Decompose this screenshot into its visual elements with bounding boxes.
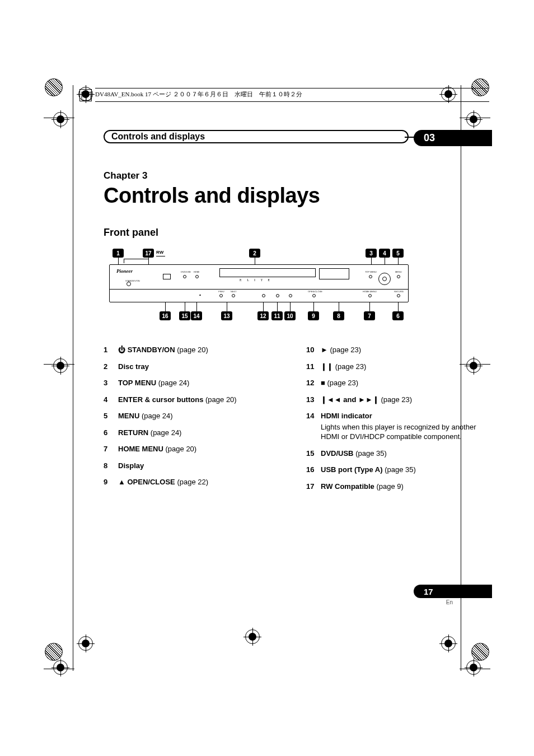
- print-mark-line: [44, 364, 74, 365]
- callout-17: 17: [143, 249, 154, 258]
- list-item: 13❙◄◄ and ►►❙ (page 23): [306, 395, 492, 405]
- callout-11: 11: [271, 311, 283, 320]
- return-button: [397, 294, 400, 297]
- print-mark-line: [73, 85, 73, 671]
- list-item: 7HOME MENU (page 20): [104, 444, 289, 454]
- entry-page: (page 20): [177, 346, 208, 354]
- entry-columns: 1⏻ STANDBY/ON (page 20)2Disc tray3TOP ME…: [104, 345, 492, 498]
- entry-name: OPEN/CLOSE: [128, 478, 175, 486]
- callout-7: 7: [364, 311, 375, 320]
- play-button: [289, 294, 292, 297]
- entry-body: MENU (page 24): [118, 411, 289, 421]
- next-label: NEXT: [231, 290, 237, 293]
- entry-page: (page 20): [166, 445, 197, 453]
- entry-page: (page 23): [327, 379, 358, 387]
- print-mark-register: [466, 660, 481, 675]
- entry-name: ENTER & cursor buttons: [118, 395, 203, 404]
- section-header-bar: Controls and displays 03: [104, 130, 492, 146]
- print-mark-hatched: [45, 78, 63, 96]
- disc-tray: [219, 268, 316, 277]
- list-item: 5MENU (page 24): [104, 411, 289, 421]
- entry-name: HOME MENU: [118, 445, 163, 453]
- entry-symbol: ►: [321, 346, 328, 354]
- print-mark-register: [53, 358, 68, 373]
- entry-number: 15: [306, 449, 321, 459]
- entry-body: ❙◄◄ and ►►❙ (page 23): [321, 395, 492, 405]
- right-column: 10► (page 23)11❙❙ (page 23)12■ (page 23)…: [306, 345, 492, 498]
- entry-page: (page 23): [330, 346, 362, 354]
- top-menu-label: TOP MENU: [365, 270, 377, 273]
- entry-body: TOP MENU (page 24): [118, 378, 289, 388]
- entry-desc: Lights when this player is recognized by…: [321, 422, 492, 442]
- entry-name: Disc tray: [118, 362, 149, 371]
- entry-number: 7: [104, 444, 118, 454]
- print-mark-line: [460, 669, 490, 669]
- callout-2: 2: [249, 249, 260, 258]
- print-mark-register: [466, 112, 481, 127]
- callout-9: 9: [308, 311, 319, 320]
- list-item: 3TOP MENU (page 24): [104, 378, 289, 388]
- entry-page: (page 24): [142, 412, 173, 420]
- entry-symbol: ❙❙: [321, 362, 333, 371]
- entry-number: 12: [306, 378, 321, 388]
- menu-label: MENU: [395, 270, 402, 273]
- list-item: 16USB port (Type A) (page 35): [306, 465, 492, 475]
- entry-page: (page 23): [335, 362, 367, 371]
- page-content: Controls and displays 03 Chapter 3 Contr…: [104, 130, 492, 498]
- stop-button: [262, 294, 265, 297]
- brand-logo: Pioneer: [116, 268, 133, 274]
- entry-number: 17: [306, 482, 321, 492]
- callout-13: 13: [221, 311, 232, 320]
- list-item: 8Display: [104, 461, 289, 471]
- entry-number: 3: [104, 378, 118, 388]
- entry-number: 2: [104, 362, 118, 372]
- home-menu-label: HOME MENU: [363, 290, 377, 293]
- entry-body: ▲ OPEN/CLOSE (page 22): [118, 477, 289, 487]
- entry-symbol: ▲: [118, 478, 125, 486]
- entry-name: MENU: [118, 412, 139, 420]
- menu-button: [397, 275, 400, 278]
- callout-8: 8: [333, 311, 344, 320]
- entry-name: RW Compatible: [321, 482, 374, 491]
- chapter-label: Chapter 3: [104, 170, 492, 181]
- list-item: 9▲ OPEN/CLOSE (page 22): [104, 477, 289, 487]
- front-panel-diagram: 1 17 RW 2 3 4 5 16 15 14 13 12 11 10: [109, 249, 409, 321]
- enter-dial: [378, 273, 391, 285]
- dvd-usb-label: DVD/USB: [181, 270, 191, 273]
- entry-body: Disc tray: [118, 362, 289, 372]
- entry-name: DVD/USB: [321, 449, 354, 458]
- section-title: Controls and displays: [111, 132, 205, 142]
- return-label: RETURN: [394, 290, 404, 293]
- entry-name: USB port (Type A): [321, 465, 383, 474]
- entry-body: ❙❙ (page 23): [321, 362, 492, 372]
- list-item: 4ENTER & cursor buttons (page 20): [104, 395, 289, 405]
- print-mark-line: [44, 669, 74, 669]
- home-menu-button: [368, 294, 372, 297]
- callout-3: 3: [366, 249, 377, 258]
- entry-symbol: ❙◄◄ and ►►❙: [321, 395, 379, 404]
- print-mark-register: [441, 636, 456, 651]
- pause-button: [276, 294, 279, 297]
- entry-body: ENTER & cursor buttons (page 20): [118, 395, 289, 405]
- entry-page: (page 35): [385, 465, 416, 474]
- callout-1: 1: [113, 249, 124, 258]
- hdmi-button: [195, 275, 199, 278]
- left-column: 1⏻ STANDBY/ON (page 20)2Disc tray3TOP ME…: [104, 345, 289, 498]
- prev-label: PREV: [218, 290, 224, 293]
- chapter-badge: 03: [414, 130, 492, 146]
- book-header-text: DV48AV_EN.book 17 ページ ２００７年６月６日 水曜日 午前１０…: [95, 90, 302, 99]
- prev-button: [219, 294, 223, 297]
- entry-body: ⏻ STANDBY/ON (page 20): [118, 345, 289, 355]
- callout-15: 15: [179, 311, 190, 320]
- next-button: [232, 294, 235, 297]
- entry-number: 1: [104, 345, 118, 355]
- entry-symbol: ■: [321, 379, 325, 387]
- elite-label: E L I T E: [240, 278, 272, 282]
- entry-number: 11: [306, 362, 321, 372]
- page-footer: 17 En: [414, 585, 492, 600]
- entry-body: HOME MENU (page 20): [118, 444, 289, 454]
- print-mark-line: [460, 118, 490, 118]
- entry-page: (page 24): [158, 379, 190, 387]
- chapter-title: Controls and displays: [104, 184, 492, 208]
- entry-page: (page 22): [177, 478, 208, 486]
